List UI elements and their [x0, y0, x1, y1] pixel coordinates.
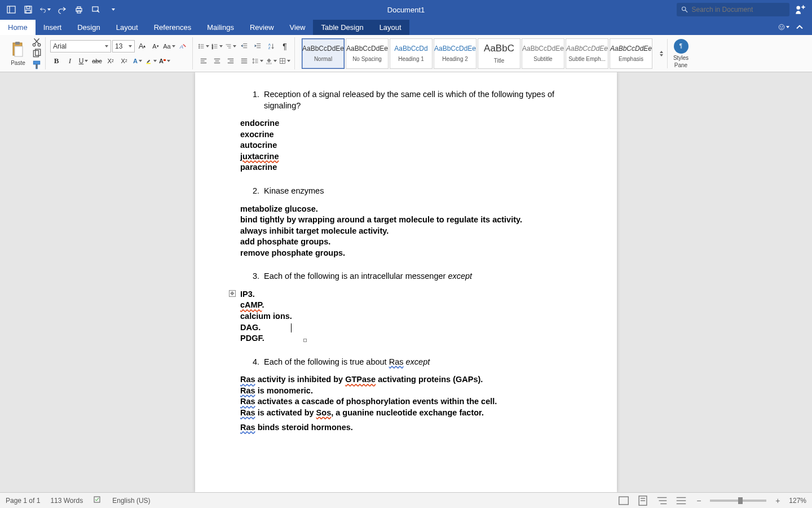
cut-icon[interactable]	[32, 37, 42, 47]
paste-label: Paste	[11, 60, 25, 66]
font-name-combo[interactable]: Arial	[50, 40, 111, 52]
style-tile-emphasis[interactable]: AaBbCcDdEeEmphasis	[610, 38, 652, 69]
zoom-thumb[interactable]	[738, 497, 743, 504]
styles-more-button[interactable]	[655, 38, 667, 69]
zoom-in-button[interactable]: +	[773, 496, 782, 505]
style-tile-heading-1[interactable]: AaBbCcDdHeading 1	[390, 38, 433, 69]
tab-references[interactable]: References	[146, 20, 199, 35]
bullets-button[interactable]	[197, 40, 210, 52]
q3-number: 3.	[250, 271, 264, 282]
sort-button[interactable]: AZ	[265, 40, 277, 52]
zoom-level[interactable]: 127%	[789, 497, 806, 505]
underline-button[interactable]: U	[77, 55, 90, 67]
customize-icon[interactable]	[90, 4, 102, 15]
view-print-icon[interactable]	[637, 494, 649, 507]
q1-a4: juxtacrine	[240, 151, 572, 163]
status-words[interactable]: 113 Words	[50, 497, 83, 505]
numbering-button[interactable]: 123	[211, 40, 223, 52]
status-spellcheck-icon[interactable]	[93, 495, 102, 506]
italic-button[interactable]: I	[64, 55, 76, 67]
change-case-button[interactable]: Aa	[163, 40, 175, 52]
collapse-ribbon-icon[interactable]	[794, 21, 805, 33]
style-tile-heading-2[interactable]: AaBbCcDdEeHeading 2	[434, 38, 476, 69]
font-size-combo[interactable]: 13	[112, 40, 135, 52]
format-painter-icon[interactable]	[32, 60, 42, 70]
strikethrough-button[interactable]: abc	[91, 55, 103, 67]
search-input[interactable]	[692, 6, 785, 14]
tab-layout[interactable]: Layout	[108, 20, 146, 35]
q4-number: 4.	[250, 357, 264, 368]
view-outline-icon[interactable]	[656, 494, 668, 507]
subscript-button[interactable]: X2	[104, 55, 117, 67]
copy-icon[interactable]	[32, 49, 42, 59]
align-center-button[interactable]	[211, 55, 223, 67]
tab-insert[interactable]: Insert	[36, 20, 70, 35]
multilevel-list-button[interactable]	[224, 40, 237, 52]
search-box[interactable]	[677, 3, 789, 16]
tab-review[interactable]: Review	[242, 20, 282, 35]
tab-home[interactable]: Home	[0, 20, 36, 35]
print-icon[interactable]	[73, 4, 85, 15]
show-marks-button[interactable]: ¶	[279, 40, 291, 52]
shrink-font-button[interactable]: A▾	[149, 40, 162, 52]
highlight-button[interactable]	[145, 55, 157, 67]
style-tile-normal[interactable]: AaBbCcDdEeNormal	[302, 38, 345, 69]
q4-a3: Ras activates a cascade of phosphorylati…	[240, 396, 572, 408]
q2-number: 2.	[250, 186, 264, 197]
panel-toggle-icon[interactable]	[6, 4, 17, 15]
align-right-button[interactable]	[224, 55, 237, 67]
table-move-handle-icon[interactable]: ✥	[229, 290, 236, 297]
status-page[interactable]: Page 1 of 1	[6, 497, 40, 505]
share-icon[interactable]	[794, 3, 806, 16]
styles-gallery[interactable]: AaBbCcDdEeNormalAaBbCcDdEeNo SpacingAaBb…	[299, 38, 655, 69]
svg-point-22	[38, 43, 41, 46]
superscript-button[interactable]: X2	[118, 55, 130, 67]
document-canvas[interactable]: 1. Reception of a signal released by the…	[0, 72, 812, 492]
svg-text:A: A	[179, 43, 183, 49]
style-tile-subtle-emph-[interactable]: AaBbCcDdEeSubtle Emph...	[566, 38, 608, 69]
line-spacing-button[interactable]	[251, 55, 264, 67]
page[interactable]: 1. Reception of a signal released by the…	[195, 72, 617, 492]
style-name: Title	[494, 58, 505, 64]
status-language[interactable]: English (US)	[112, 497, 150, 505]
grow-font-button[interactable]: A▴	[136, 40, 148, 52]
shading-button[interactable]	[265, 55, 277, 67]
paste-button[interactable]: Paste	[7, 41, 29, 66]
justify-button[interactable]	[238, 55, 250, 67]
q2-text: Kinase enzymes	[264, 186, 324, 197]
tab-design[interactable]: Design	[69, 20, 108, 35]
svg-point-17	[782, 26, 783, 27]
style-tile-title[interactable]: AaBbCTitle	[478, 38, 520, 69]
view-focus-icon[interactable]	[617, 494, 630, 507]
styles-pane-button[interactable]: ¶ Styles Pane	[667, 39, 691, 68]
style-tile-subtitle[interactable]: AaBbCcDdEeSubtitle	[522, 38, 564, 69]
group-clipboard: Paste	[3, 37, 46, 69]
zoom-slider[interactable]	[710, 500, 766, 502]
feedback-icon[interactable]	[778, 21, 789, 33]
q3-answers: ✥ IP3. cAMP. calcium ions. DAG. PDGF.	[240, 289, 572, 344]
zoom-out-button[interactable]: −	[694, 496, 703, 505]
table-resize-handle-icon[interactable]	[303, 339, 307, 342]
align-left-button[interactable]	[197, 55, 210, 67]
decrease-indent-button[interactable]	[238, 40, 250, 52]
q1-a5: paracrine	[240, 162, 572, 173]
undo-icon[interactable]	[39, 4, 51, 15]
redo-icon[interactable]	[56, 4, 68, 15]
svg-point-32	[199, 46, 200, 47]
view-web-icon[interactable]	[675, 494, 687, 507]
style-name: Heading 2	[442, 56, 468, 62]
text-effects-button[interactable]: A	[131, 55, 144, 67]
clear-formatting-button[interactable]: A	[176, 40, 189, 52]
tab-mailings[interactable]: Mailings	[199, 20, 242, 35]
style-tile-no-spacing[interactable]: AaBbCcDdEeNo Spacing	[346, 38, 389, 69]
bold-button[interactable]: B	[50, 55, 63, 67]
increase-indent-button[interactable]	[251, 40, 264, 52]
qat-dropdown-icon[interactable]	[107, 4, 118, 15]
borders-button[interactable]	[279, 55, 291, 67]
save-icon[interactable]	[23, 4, 34, 15]
tab-table-layout[interactable]: Layout	[372, 20, 409, 35]
tab-table-design[interactable]: Table Design	[313, 20, 371, 35]
tab-view[interactable]: View	[282, 20, 314, 35]
q1-a2: exocrine	[240, 129, 572, 141]
font-color-button[interactable]: A	[158, 55, 171, 67]
